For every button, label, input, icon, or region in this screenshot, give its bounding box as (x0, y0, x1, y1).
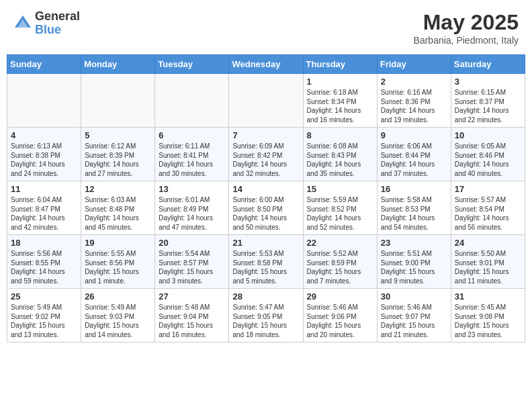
day-info: Sunrise: 5:46 AM Sunset: 9:07 PM Dayligh… (381, 303, 447, 339)
calendar-cell: 12Sunrise: 6:03 AM Sunset: 8:48 PM Dayli… (81, 181, 155, 235)
day-number: 5 (85, 130, 151, 140)
calendar-cell: 7Sunrise: 6:09 AM Sunset: 8:42 PM Daylig… (229, 128, 303, 181)
day-info: Sunrise: 5:45 AM Sunset: 9:08 PM Dayligh… (455, 303, 521, 339)
calendar-cell: 5Sunrise: 6:12 AM Sunset: 8:39 PM Daylig… (81, 128, 155, 181)
calendar-cell: 21Sunrise: 5:53 AM Sunset: 8:58 PM Dayli… (229, 235, 303, 289)
day-number: 24 (455, 238, 521, 248)
day-number: 29 (307, 291, 373, 302)
day-info: Sunrise: 5:58 AM Sunset: 8:53 PM Dayligh… (381, 195, 447, 232)
day-info: Sunrise: 5:53 AM Sunset: 8:58 PM Dayligh… (232, 249, 299, 285)
day-info: Sunrise: 6:11 AM Sunset: 8:41 PM Dayligh… (159, 142, 225, 178)
calendar-cell: 27Sunrise: 5:48 AM Sunset: 9:04 PM Dayli… (155, 289, 229, 342)
day-number: 3 (455, 77, 521, 87)
day-number: 6 (159, 130, 225, 140)
day-info: Sunrise: 5:56 AM Sunset: 8:55 PM Dayligh… (11, 249, 77, 285)
day-info: Sunrise: 6:09 AM Sunset: 8:42 PM Dayligh… (232, 142, 299, 178)
day-info: Sunrise: 6:13 AM Sunset: 8:38 PM Dayligh… (11, 142, 77, 178)
page-header: General Blue May 2025 Barbania, Piedmont… (7, 7, 525, 49)
day-number: 22 (307, 238, 373, 248)
calendar-cell: 23Sunrise: 5:51 AM Sunset: 9:00 PM Dayli… (377, 235, 451, 289)
day-info: Sunrise: 6:08 AM Sunset: 8:43 PM Dayligh… (307, 142, 373, 178)
calendar-cell: 26Sunrise: 5:49 AM Sunset: 9:03 PM Dayli… (81, 289, 155, 342)
day-number: 19 (85, 238, 151, 248)
day-info: Sunrise: 5:59 AM Sunset: 8:52 PM Dayligh… (307, 195, 373, 232)
calendar-cell: 28Sunrise: 5:47 AM Sunset: 9:05 PM Dayli… (229, 289, 303, 342)
calendar-cell: 16Sunrise: 5:58 AM Sunset: 8:53 PM Dayli… (377, 181, 451, 235)
location-subtitle: Barbania, Piedmont, Italy (414, 35, 519, 46)
day-number: 30 (381, 291, 447, 302)
calendar-header-row: SundayMondayTuesdayWednesdayThursdayFrid… (7, 55, 525, 74)
day-number: 14 (232, 184, 299, 194)
calendar-cell (81, 74, 155, 128)
day-info: Sunrise: 6:03 AM Sunset: 8:48 PM Dayligh… (85, 195, 151, 232)
day-info: Sunrise: 5:50 AM Sunset: 9:01 PM Dayligh… (455, 249, 521, 285)
day-info: Sunrise: 5:49 AM Sunset: 9:03 PM Dayligh… (85, 303, 151, 339)
day-number: 18 (11, 238, 77, 248)
calendar-week-row: 4Sunrise: 6:13 AM Sunset: 8:38 PM Daylig… (7, 128, 525, 181)
day-info: Sunrise: 5:48 AM Sunset: 9:04 PM Dayligh… (159, 303, 225, 339)
calendar-cell: 9Sunrise: 6:06 AM Sunset: 8:44 PM Daylig… (377, 128, 451, 181)
day-number: 12 (85, 184, 151, 194)
day-number: 13 (159, 184, 225, 194)
day-info: Sunrise: 6:05 AM Sunset: 8:46 PM Dayligh… (455, 142, 521, 178)
calendar-week-row: 25Sunrise: 5:49 AM Sunset: 9:02 PM Dayli… (7, 289, 525, 342)
day-header-thursday: Thursday (303, 55, 377, 74)
day-number: 8 (307, 130, 373, 140)
day-info: Sunrise: 5:47 AM Sunset: 9:05 PM Dayligh… (232, 303, 299, 339)
day-number: 26 (85, 291, 151, 302)
day-header-sunday: Sunday (7, 55, 81, 74)
day-number: 23 (381, 238, 447, 248)
calendar-cell: 18Sunrise: 5:56 AM Sunset: 8:55 PM Dayli… (7, 235, 81, 289)
calendar-cell: 8Sunrise: 6:08 AM Sunset: 8:43 PM Daylig… (303, 128, 377, 181)
day-number: 16 (381, 184, 447, 194)
calendar-cell: 14Sunrise: 6:00 AM Sunset: 8:50 PM Dayli… (229, 181, 303, 235)
calendar-cell: 10Sunrise: 6:05 AM Sunset: 8:46 PM Dayli… (451, 128, 525, 181)
day-info: Sunrise: 6:00 AM Sunset: 8:50 PM Dayligh… (232, 195, 299, 232)
day-info: Sunrise: 5:57 AM Sunset: 8:54 PM Dayligh… (455, 195, 521, 232)
day-number: 21 (232, 238, 299, 248)
calendar-week-row: 11Sunrise: 6:04 AM Sunset: 8:47 PM Dayli… (7, 181, 525, 235)
day-info: Sunrise: 5:55 AM Sunset: 8:56 PM Dayligh… (85, 249, 151, 285)
day-info: Sunrise: 5:46 AM Sunset: 9:06 PM Dayligh… (307, 303, 373, 339)
day-number: 27 (159, 291, 225, 302)
day-info: Sunrise: 6:04 AM Sunset: 8:47 PM Dayligh… (11, 195, 77, 232)
logo-general-text: General (35, 10, 80, 24)
calendar-cell: 20Sunrise: 5:54 AM Sunset: 8:57 PM Dayli… (155, 235, 229, 289)
calendar-cell: 19Sunrise: 5:55 AM Sunset: 8:56 PM Dayli… (81, 235, 155, 289)
logo-icon (13, 14, 32, 33)
logo: General Blue (13, 10, 80, 37)
calendar-cell: 15Sunrise: 5:59 AM Sunset: 8:52 PM Dayli… (303, 181, 377, 235)
day-number: 11 (11, 184, 77, 194)
day-number: 10 (455, 130, 521, 140)
calendar-cell: 30Sunrise: 5:46 AM Sunset: 9:07 PM Dayli… (377, 289, 451, 342)
calendar-cell (155, 74, 229, 128)
day-header-tuesday: Tuesday (155, 55, 229, 74)
day-info: Sunrise: 5:54 AM Sunset: 8:57 PM Dayligh… (159, 249, 225, 285)
day-info: Sunrise: 5:51 AM Sunset: 9:00 PM Dayligh… (381, 249, 447, 285)
day-number: 2 (381, 77, 447, 87)
calendar-cell: 1Sunrise: 6:18 AM Sunset: 8:34 PM Daylig… (303, 74, 377, 128)
day-number: 17 (455, 184, 521, 194)
calendar-table: SundayMondayTuesdayWednesdayThursdayFrid… (7, 54, 525, 342)
day-info: Sunrise: 6:01 AM Sunset: 8:49 PM Dayligh… (159, 195, 225, 232)
calendar-cell: 6Sunrise: 6:11 AM Sunset: 8:41 PM Daylig… (155, 128, 229, 181)
day-header-wednesday: Wednesday (229, 55, 303, 74)
day-number: 28 (232, 291, 299, 302)
day-number: 31 (455, 291, 521, 302)
day-number: 15 (307, 184, 373, 194)
calendar-week-row: 1Sunrise: 6:18 AM Sunset: 8:34 PM Daylig… (7, 74, 525, 128)
calendar-cell (229, 74, 303, 128)
day-header-saturday: Saturday (451, 55, 525, 74)
calendar-cell: 11Sunrise: 6:04 AM Sunset: 8:47 PM Dayli… (7, 181, 81, 235)
calendar-cell: 22Sunrise: 5:52 AM Sunset: 8:59 PM Dayli… (303, 235, 377, 289)
day-number: 25 (11, 291, 77, 302)
title-block: May 2025 Barbania, Piedmont, Italy (414, 10, 519, 46)
logo-blue-text: Blue (35, 24, 80, 37)
day-info: Sunrise: 6:06 AM Sunset: 8:44 PM Dayligh… (381, 142, 447, 178)
day-info: Sunrise: 6:15 AM Sunset: 8:37 PM Dayligh… (455, 88, 521, 124)
calendar-cell: 2Sunrise: 6:16 AM Sunset: 8:36 PM Daylig… (377, 74, 451, 128)
calendar-cell: 31Sunrise: 5:45 AM Sunset: 9:08 PM Dayli… (451, 289, 525, 342)
calendar-cell: 17Sunrise: 5:57 AM Sunset: 8:54 PM Dayli… (451, 181, 525, 235)
calendar-cell: 24Sunrise: 5:50 AM Sunset: 9:01 PM Dayli… (451, 235, 525, 289)
day-info: Sunrise: 6:12 AM Sunset: 8:39 PM Dayligh… (85, 142, 151, 178)
